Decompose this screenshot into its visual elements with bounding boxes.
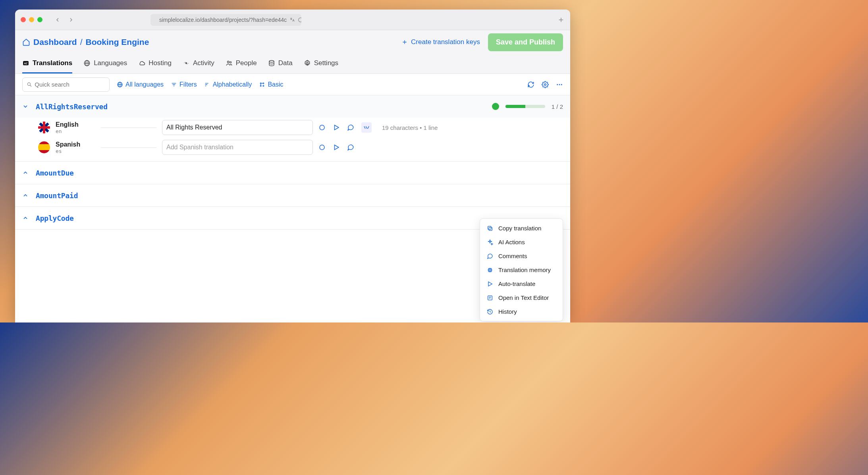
- tab-translations[interactable]: AZ Translations: [22, 54, 72, 73]
- key-header[interactable]: AmountDue: [15, 162, 570, 184]
- translation-input-en[interactable]: [162, 120, 313, 135]
- language-code: es: [56, 148, 95, 154]
- comment-icon: [486, 253, 494, 259]
- tab-hosting[interactable]: Hosting: [138, 54, 172, 73]
- svg-rect-43: [488, 226, 491, 229]
- comment-icon[interactable]: [347, 124, 354, 131]
- window-minimize-dot[interactable]: [29, 17, 34, 22]
- key-name: ApplyCode: [36, 214, 74, 222]
- menu-ai-actions[interactable]: AI Actions: [480, 235, 563, 249]
- copy-icon: [486, 225, 494, 232]
- key-header[interactable]: AmountPaid: [15, 184, 570, 207]
- window-close-dot[interactable]: [21, 17, 26, 22]
- svg-rect-42: [489, 227, 492, 230]
- svg-point-38: [320, 125, 324, 130]
- url-bar[interactable]: simplelocalize.io/dashboard/projects/?ha…: [150, 14, 301, 26]
- tab-activity[interactable]: Activity: [183, 54, 214, 73]
- editor-icon: [486, 295, 494, 301]
- translate-icon[interactable]: [289, 17, 295, 23]
- status-dot: [492, 103, 499, 110]
- traffic-lights: [21, 17, 42, 22]
- svg-point-30: [260, 85, 262, 87]
- key-row-collapsed: AmountPaid: [15, 184, 570, 207]
- settings-icon-button[interactable]: [542, 81, 549, 88]
- play-icon[interactable]: [333, 144, 340, 151]
- dashboard-link[interactable]: Dashboard: [33, 37, 77, 47]
- menu-copy-translation[interactable]: Copy translation: [480, 221, 563, 235]
- translation-row-es: Spanish es: [15, 137, 570, 161]
- svg-marker-39: [335, 125, 339, 130]
- svg-point-15: [269, 60, 274, 62]
- view-button[interactable]: Basic: [259, 81, 283, 88]
- key-header[interactable]: AllRightsReserved 1 / 2: [15, 95, 570, 118]
- back-button[interactable]: [54, 17, 61, 23]
- row-actions: [318, 144, 354, 151]
- browser-window: simplelocalize.io/dashboard/projects/?ha…: [15, 10, 570, 322]
- comment-icon[interactable]: [347, 144, 354, 151]
- plus-icon: [401, 39, 408, 45]
- chevron-up-icon: [22, 170, 29, 176]
- filters-button[interactable]: Filters: [171, 81, 197, 88]
- view-icon: [259, 81, 265, 88]
- tab-data[interactable]: Data: [268, 54, 293, 73]
- menu-open-text-editor[interactable]: Open in Text Editor: [480, 291, 563, 305]
- search-input[interactable]: [35, 81, 105, 88]
- project-name: Booking Engine: [86, 37, 149, 47]
- status-circle-icon[interactable]: [318, 124, 326, 131]
- activity-icon: [183, 60, 190, 67]
- flag-es-icon: [38, 141, 50, 153]
- content-area: AllRightsReserved 1 / 2 English en: [15, 95, 570, 322]
- tab-settings[interactable]: Settings: [304, 54, 338, 73]
- create-keys-label: Create translation keys: [411, 38, 480, 46]
- menu-translation-memory[interactable]: Translation memory: [480, 263, 563, 277]
- create-keys-button[interactable]: Create translation keys: [401, 38, 480, 46]
- options-icon[interactable]: [361, 122, 372, 133]
- progress-bar: [505, 105, 545, 108]
- play-icon[interactable]: [333, 124, 340, 131]
- forward-button[interactable]: [68, 17, 74, 23]
- more-button[interactable]: [556, 81, 563, 88]
- language-info: English en: [56, 121, 95, 134]
- menu-auto-translate[interactable]: Auto-translate: [480, 277, 563, 291]
- tab-people[interactable]: People: [226, 54, 257, 73]
- language-info: Spanish es: [56, 141, 95, 154]
- menu-history[interactable]: History: [480, 305, 563, 319]
- filter-icon: [171, 81, 177, 88]
- tab-languages[interactable]: Languages: [83, 54, 127, 73]
- flag-uk-icon: [38, 122, 50, 133]
- svg-point-17: [27, 83, 30, 85]
- cloud-icon: [138, 60, 145, 67]
- refresh-button[interactable]: [527, 81, 534, 88]
- svg-marker-41: [335, 145, 339, 150]
- all-languages-filter[interactable]: All languages: [117, 81, 164, 88]
- menu-comments[interactable]: Comments: [480, 249, 563, 263]
- reload-icon[interactable]: [298, 17, 301, 23]
- svg-rect-45: [489, 269, 491, 271]
- globe-icon: [117, 81, 123, 88]
- svg-point-34: [544, 83, 546, 85]
- tabs-row: AZ Translations Languages Hosting Activi…: [15, 54, 570, 74]
- new-tab-button[interactable]: [557, 16, 565, 23]
- app-header: Dashboard / Booking Engine Create transl…: [15, 30, 570, 54]
- sort-button[interactable]: Alphabetically: [204, 81, 252, 88]
- translation-input-es[interactable]: [162, 140, 313, 155]
- toolbar-row: All languages Filters Alphabetically Bas…: [15, 74, 570, 95]
- row-actions: [318, 122, 372, 133]
- save-publish-button[interactable]: Save and Publish: [488, 33, 563, 51]
- status-circle-icon[interactable]: [318, 144, 326, 151]
- svg-rect-44: [488, 268, 492, 272]
- svg-point-16: [306, 62, 308, 64]
- window-zoom-dot[interactable]: [37, 17, 42, 22]
- globe-icon: [83, 60, 91, 67]
- url-text: simplelocalize.io/dashboard/projects/?ha…: [159, 17, 287, 23]
- nav-arrows: [54, 17, 74, 23]
- svg-point-40: [320, 145, 324, 150]
- people-icon: [226, 60, 233, 67]
- key-name: AllRightsReserved: [36, 102, 108, 111]
- search-box[interactable]: [22, 77, 110, 92]
- translation-row-en: English en 19 characters • 1 line: [15, 118, 570, 137]
- browser-chrome: simplelocalize.io/dashboard/projects/?ha…: [15, 10, 570, 30]
- key-name: AmountDue: [36, 169, 74, 177]
- home-icon[interactable]: [22, 38, 30, 46]
- svg-point-37: [561, 84, 562, 85]
